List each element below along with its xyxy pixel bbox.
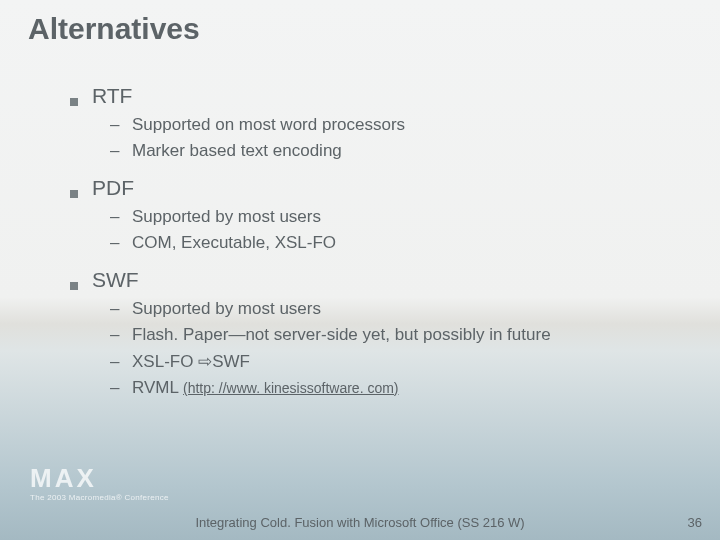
sub-text: COM, Executable, XSL-FO: [132, 232, 336, 254]
sub-item: – Flash. Paper—not server-side yet, but …: [110, 324, 680, 346]
sub-pre: RVML: [132, 378, 183, 397]
sub-item: – Marker based text encoding: [110, 140, 680, 162]
square-bullet-icon: [70, 98, 78, 106]
sub-item: – Supported by most users: [110, 298, 680, 320]
sub-item: – RVML (http: //www. kinesissoftware. co…: [110, 377, 680, 399]
sub-text: Supported by most users: [132, 298, 321, 320]
sub-list: – Supported on most word processors – Ma…: [110, 114, 680, 162]
brand-top: MAX: [30, 465, 169, 491]
bullet-rtf: RTF – Supported on most word processors …: [70, 84, 680, 162]
page-number: 36: [688, 515, 702, 530]
sub-text: Flash. Paper—not server-side yet, but po…: [132, 324, 551, 346]
bullet-swf: SWF – Supported by most users – Flash. P…: [70, 268, 680, 398]
square-bullet-icon: [70, 190, 78, 198]
arrow-right-icon: ⇨: [198, 352, 212, 371]
bullet-label: RTF: [92, 84, 132, 108]
bullet-pdf: PDF – Supported by most users – COM, Exe…: [70, 176, 680, 254]
bullet-head: RTF: [70, 84, 680, 108]
slide-title: Alternatives: [28, 12, 200, 46]
sub-text: Marker based text encoding: [132, 140, 342, 162]
sub-list: – Supported by most users – Flash. Paper…: [110, 298, 680, 398]
sub-post: SWF: [212, 352, 250, 371]
bullet-label: SWF: [92, 268, 139, 292]
dash-icon: –: [110, 207, 122, 227]
dash-icon: –: [110, 352, 122, 372]
dash-icon: –: [110, 325, 122, 345]
sub-text: XSL-FO ⇨SWF: [132, 351, 250, 373]
brand-logo: MAX The 2003 Macromedia® Conference: [30, 465, 169, 502]
sub-item: – Supported by most users: [110, 206, 680, 228]
dash-icon: –: [110, 115, 122, 135]
dash-icon: –: [110, 233, 122, 253]
bullet-head: PDF: [70, 176, 680, 200]
sub-text: Supported by most users: [132, 206, 321, 228]
slide: Alternatives RTF – Supported on most wor…: [0, 0, 720, 540]
sub-list: – Supported by most users – COM, Executa…: [110, 206, 680, 254]
content-body: RTF – Supported on most word processors …: [70, 84, 680, 413]
sub-text: RVML (http: //www. kinesissoftware. com): [132, 377, 399, 399]
sub-item: – Supported on most word processors: [110, 114, 680, 136]
footer-title: Integrating Cold. Fusion with Microsoft …: [0, 515, 720, 530]
square-bullet-icon: [70, 282, 78, 290]
dash-icon: –: [110, 378, 122, 398]
rvml-link[interactable]: (http: //www. kinesissoftware. com): [183, 380, 399, 396]
brand-sub: The 2003 Macromedia® Conference: [30, 493, 169, 502]
sub-item: – COM, Executable, XSL-FO: [110, 232, 680, 254]
sub-text: Supported on most word processors: [132, 114, 405, 136]
dash-icon: –: [110, 299, 122, 319]
bullet-head: SWF: [70, 268, 680, 292]
bullet-label: PDF: [92, 176, 134, 200]
sub-item: – XSL-FO ⇨SWF: [110, 351, 680, 373]
dash-icon: –: [110, 141, 122, 161]
sub-pre: XSL-FO: [132, 352, 198, 371]
